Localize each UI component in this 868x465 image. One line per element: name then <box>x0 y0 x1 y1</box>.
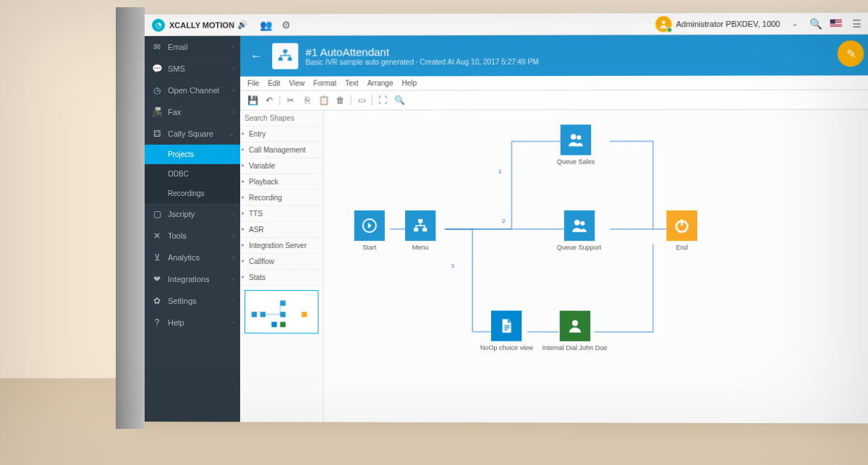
menu-format[interactable]: Format <box>313 80 336 88</box>
toolbar-zoom-icon[interactable]: 🔍 <box>393 93 406 106</box>
toolbar-rect-icon[interactable]: ▭ <box>355 94 368 107</box>
sidebar-label: Tools <box>168 231 187 240</box>
toolbar: 💾 ↶ ✂ ⎘ 📋 🗑 ▭ ⛶ 🔍 <box>240 90 868 110</box>
node-internal-dial[interactable]: Internal Dial John Doe <box>542 311 608 351</box>
palette-cat-tts[interactable]: TTS <box>240 206 323 222</box>
palette-cat-playback[interactable]: Playback <box>240 174 323 190</box>
back-button[interactable]: ← <box>250 50 265 63</box>
node-label: Internal Dial John Doe <box>542 344 608 351</box>
channel-icon: ◷ <box>152 85 162 95</box>
svg-rect-15 <box>414 228 418 231</box>
sidebar-sub-recordings[interactable]: Recordings <box>145 184 240 203</box>
shape-palette: 🔍 Entry Call Management Variable Playbac… <box>240 111 323 422</box>
toolbar-undo-icon[interactable]: ↶ <box>263 94 276 107</box>
menu-edit[interactable]: Edit <box>268 80 280 88</box>
chevron-down-icon[interactable]: ⌄ <box>788 16 802 30</box>
svg-rect-9 <box>280 322 285 327</box>
toolbar-copy-icon[interactable]: ⎘ <box>300 94 313 107</box>
menu-arrange[interactable]: Arrange <box>367 79 393 87</box>
palette-cat-asr[interactable]: ASR <box>240 222 323 238</box>
node-queue-support[interactable]: Queue Support <box>557 210 602 251</box>
sidebar-label: SMS <box>168 64 185 73</box>
settings-gear-icon[interactable]: ⚙ <box>279 17 294 32</box>
menu-text[interactable]: Text <box>345 80 358 88</box>
sidebar-label: Analytics <box>168 253 200 262</box>
toolbar-delete-icon[interactable]: 🗑 <box>334 94 347 107</box>
project-title: #1 AutoAttendant <box>305 46 538 59</box>
sidebar-item-openchannel[interactable]: ◷Open Channel› <box>145 80 240 101</box>
search-shapes-input[interactable] <box>244 114 323 122</box>
node-label: Queue Support <box>557 244 602 251</box>
chevron-right-icon: › <box>232 297 234 304</box>
menu-icon[interactable]: ☰ <box>849 16 864 30</box>
sidebar-item-integrations[interactable]: ❤Integrations› <box>145 268 240 290</box>
menu-file[interactable]: File <box>247 80 259 88</box>
sidebar-sub-odbc[interactable]: ODBC <box>145 164 240 184</box>
chevron-right-icon: › <box>232 43 234 51</box>
fax-icon: 📠 <box>152 107 162 117</box>
sidebar-item-sms[interactable]: 💬SMS› <box>145 58 240 80</box>
svg-point-20 <box>580 221 584 226</box>
sidebar-item-analytics[interactable]: ⊻Analytics› <box>145 247 240 268</box>
app-logo-icon: ◔ <box>152 18 165 31</box>
toolbar-fit-icon[interactable]: ⛶ <box>376 93 389 106</box>
palette-cat-variable[interactable]: Variable <box>240 158 323 174</box>
flow-canvas[interactable]: 1 2 3 Start Menu Queue Sales <box>323 110 868 424</box>
contacts-icon[interactable]: 👥 <box>259 17 273 32</box>
tools-icon: ✕ <box>152 231 162 241</box>
menu-view[interactable]: View <box>289 80 305 88</box>
node-queue-sales[interactable]: Queue Sales <box>557 124 595 165</box>
start-icon <box>354 210 385 241</box>
node-end[interactable]: End <box>666 210 697 251</box>
svg-point-26 <box>571 320 577 326</box>
toolbar-paste-icon[interactable]: 📋 <box>317 94 330 107</box>
search-icon[interactable]: 🔍 <box>808 16 822 30</box>
flag-us-icon[interactable] <box>830 20 842 27</box>
palette-cat-intserver[interactable]: Integration Server <box>240 238 323 254</box>
palette-cat-callflow[interactable]: Callflow <box>240 254 323 270</box>
svg-rect-14 <box>418 219 422 223</box>
chevron-right-icon: › <box>232 65 234 72</box>
group-icon <box>563 210 594 241</box>
sound-icon: 🔊 <box>237 20 247 30</box>
palette-cat-entry[interactable]: Entry <box>240 127 323 142</box>
palette-cat-stats[interactable]: Stats <box>240 270 323 286</box>
node-noop[interactable]: NoOp choice view <box>480 311 533 351</box>
minimap[interactable] <box>244 290 318 333</box>
sidebar-item-callysquare[interactable]: ⚃Cally Square⌄ <box>145 123 240 145</box>
user-label[interactable]: Administrator PBXDEV, 1000 <box>676 19 780 27</box>
sidebar-item-settings[interactable]: ✿Settings› <box>145 290 240 312</box>
svg-rect-4 <box>252 312 257 317</box>
toolbar-save-icon[interactable]: 💾 <box>246 94 259 107</box>
status-dot-icon <box>666 27 672 33</box>
sidebar-item-fax[interactable]: 📠Fax› <box>145 101 240 123</box>
menu-help[interactable]: Help <box>401 79 417 87</box>
sidebar-item-help[interactable]: ?Help› <box>145 312 240 333</box>
sidebar-item-email[interactable]: ✉Email› <box>145 36 240 58</box>
sidebar-sub-projects[interactable]: Projects <box>145 145 240 164</box>
tree-icon <box>405 210 435 241</box>
palette-cat-callmgmt[interactable]: Call Management <box>240 142 323 158</box>
svg-point-17 <box>571 134 576 140</box>
svg-point-19 <box>574 220 579 226</box>
node-label: NoOp choice view <box>480 344 533 351</box>
svg-rect-7 <box>280 312 285 317</box>
node-label: End <box>666 244 697 251</box>
sidebar-item-jscripty[interactable]: ▢Jscripty› <box>145 203 240 225</box>
node-start[interactable]: Start <box>354 210 385 251</box>
node-menu[interactable]: Menu <box>405 210 435 251</box>
sidebar-label: Integrations <box>168 275 210 283</box>
group-icon <box>561 124 591 155</box>
toolbar-cut-icon[interactable]: ✂ <box>284 94 297 107</box>
save-fab-button[interactable]: ✎ <box>838 40 864 67</box>
sidebar-item-tools[interactable]: ✕Tools› <box>145 225 240 247</box>
avatar[interactable] <box>655 16 671 32</box>
person-icon <box>559 311 590 341</box>
sidebar-label: Cally Square <box>168 129 213 138</box>
settings-icon: ✿ <box>152 296 162 306</box>
sidebar-label: Fax <box>168 108 181 116</box>
node-label: Queue Sales <box>557 158 595 166</box>
sidebar-sub-label: Recordings <box>168 189 205 197</box>
palette-cat-recording[interactable]: Recording <box>240 190 323 206</box>
help-icon: ? <box>152 317 162 328</box>
